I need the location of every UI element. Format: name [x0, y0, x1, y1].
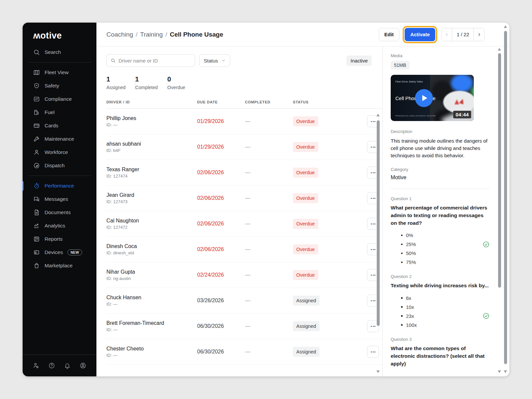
filter-row: Status Inactive [106, 54, 382, 67]
video-duration-badge: 04:44 [453, 111, 471, 118]
table-row[interactable]: Nihar GuptaID: ng-austin 02/24/2026 — Ov… [106, 262, 382, 288]
sidebar-item-reports[interactable]: Reports [23, 232, 96, 246]
stat-label: Assigned [106, 85, 126, 90]
due-date: 06/30/2026 [197, 349, 224, 354]
sidebar-item-performance[interactable]: Performance [23, 179, 96, 193]
sidebar-item-label: Reports [45, 236, 63, 242]
stat-value: 1 [106, 75, 126, 83]
category-label: Category [391, 167, 489, 172]
table-scrollbar-thumb[interactable] [377, 120, 380, 326]
question-block-2: Question 2 Texting while driving increas… [391, 274, 489, 329]
due-date: 01/29/2026 [197, 144, 224, 150]
sidebar-item-analytics[interactable]: Analytics [23, 219, 96, 232]
description-text: This training module outlines the danger… [391, 137, 489, 160]
table-scroll-up-arrow[interactable] [376, 114, 380, 116]
stat-overdue: 0 Overdue [167, 75, 195, 90]
answer-text: 0% [406, 232, 413, 238]
media-size-badge: 51MB [391, 61, 410, 69]
video-thumbnail[interactable]: Fleet Driver Safety Video Cell Phone Usa… [391, 75, 474, 121]
bell-icon[interactable] [64, 362, 71, 369]
sidebar-item-label: Maintenance [45, 136, 74, 142]
table-scroll-down-arrow[interactable] [376, 370, 380, 373]
due-date: 02/06/2026 [197, 246, 224, 252]
sidebar-item-safety[interactable]: Safety [23, 79, 96, 92]
sidebar-item-dispatch[interactable]: Dispatch [23, 159, 96, 172]
sidebar-item-workforce[interactable]: Workforce [23, 146, 96, 159]
help-icon[interactable] [48, 362, 55, 369]
completed-value: — [245, 272, 250, 278]
sidebar-divider [28, 176, 91, 176]
play-icon [422, 95, 427, 101]
panel-scrollbar-thumb[interactable] [498, 53, 501, 288]
driver-id: ID: — [106, 122, 197, 127]
sidebar-item-fuel[interactable]: Fuel [23, 106, 96, 119]
sidebar-item-label: Messages [45, 196, 68, 202]
sidebar-item-label: Search [45, 49, 61, 55]
header-actions: Edit Activate 1 / 22 [379, 26, 484, 43]
map-icon [33, 69, 40, 76]
new-badge: NEW [67, 249, 82, 255]
table-row[interactable]: Chuck HansenID: — 03/26/2026 — Assigned [106, 288, 382, 314]
search-input[interactable] [118, 58, 191, 64]
sidebar-item-cards[interactable]: Cards [23, 119, 96, 132]
stat-label: Completed [135, 85, 158, 90]
answer-text: 75% [406, 259, 416, 265]
sidebar-item-label: Documents [45, 209, 70, 215]
window-scroll-up-arrow[interactable] [504, 25, 507, 28]
panel-scroll-down-arrow[interactable] [498, 370, 501, 373]
sidebar-item-messages[interactable]: Messages [23, 193, 96, 206]
table-row[interactable]: ahsan subhaniID: b4F 01/29/2026 — Overdu… [106, 134, 382, 160]
next-page-button[interactable] [474, 28, 484, 41]
due-date: 06/30/2026 [197, 323, 224, 329]
breadcrumb-coaching[interactable]: Coaching [106, 31, 133, 38]
focus-highlight-ring: Activate [403, 26, 437, 43]
admin-user-icon[interactable] [33, 362, 40, 369]
table-row[interactable]: Brett Foreman-TimecardID: — 06/30/2026 —… [106, 314, 382, 339]
table-header: DRIVER / ID DUE DATE COMPLETED STATUS [106, 100, 382, 109]
sidebar-item-compliance[interactable]: Compliance [23, 92, 96, 106]
play-button[interactable] [415, 89, 433, 107]
question-block-1: Question 1 What percentage of commercial… [391, 196, 489, 267]
sidebar-item-maintenance[interactable]: Maintenance [23, 132, 96, 146]
table-row[interactable]: Chester CheetoID: — 06/30/2026 — Assigne… [106, 339, 382, 365]
sidebar-item-documents[interactable]: Documents [23, 206, 96, 219]
category-value: Motive [391, 175, 489, 181]
edit-button[interactable]: Edit [379, 28, 399, 41]
completed-value: — [245, 170, 250, 175]
table-row[interactable]: Jean GirardID: 127473 02/06/2026 — Overd… [106, 186, 382, 211]
sidebar-item-label: Fuel [45, 109, 55, 115]
due-date: 02/06/2026 [197, 195, 224, 201]
answer-option: 10x [391, 303, 489, 312]
breadcrumb-training[interactable]: Training [140, 31, 163, 38]
window-scrollbar-thumb[interactable] [504, 31, 507, 364]
sidebar-item-search[interactable]: Search [23, 46, 96, 59]
row-actions-button[interactable] [367, 346, 379, 358]
sidebar-item-fleet-view[interactable]: Fleet View [23, 66, 96, 79]
activate-button[interactable]: Activate [405, 28, 435, 41]
sidebar-item-devices[interactable]: Devices NEW [23, 246, 96, 259]
table-row[interactable]: Cal NaughtonID: 127472 02/06/2026 — Over… [106, 211, 382, 237]
panel-scroll-up-arrow[interactable] [498, 48, 501, 51]
account-icon[interactable] [79, 362, 86, 369]
driver-id: ID: 127473 [106, 199, 197, 204]
answer-option: 0% [391, 231, 489, 240]
sidebar-item-marketplace[interactable]: Marketplace [23, 259, 96, 272]
status-filter-dropdown[interactable]: Status [199, 54, 230, 67]
driver-name: Nihar Gupta [106, 269, 197, 275]
status-badge: Overdue [293, 168, 318, 178]
report-icon [33, 236, 40, 242]
media-label: Media [391, 53, 489, 58]
sidebar-item-label: Safety [45, 83, 59, 89]
table-row[interactable]: Dinesh CocaID: dinesh_eld 02/06/2026 — O… [106, 237, 382, 262]
column-header-driver: DRIVER / ID [106, 100, 197, 104]
table-row[interactable]: Texas RangerID: 127474 02/06/2026 — Over… [106, 160, 382, 186]
answer-option: 75% [391, 258, 489, 267]
window-scroll-down-arrow[interactable] [504, 370, 507, 373]
table-row[interactable]: Phillip JonesID: — 01/29/2026 — Overdue [106, 109, 382, 134]
chat-icon [33, 196, 40, 202]
prev-page-button[interactable] [442, 28, 452, 41]
driver-search-field[interactable] [106, 54, 195, 67]
answer-option: 25% [391, 240, 489, 249]
answer-option: 6x [391, 294, 489, 303]
dispatch-icon [33, 162, 40, 169]
